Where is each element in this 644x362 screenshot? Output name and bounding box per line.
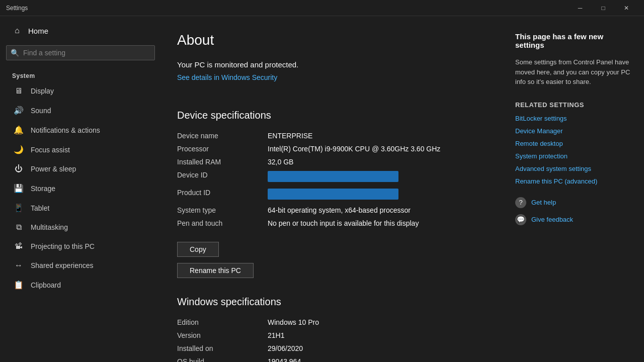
sidebar-item-display[interactable]: 🖥 Display <box>0 81 161 101</box>
get-help-item[interactable]: ? Get help <box>515 197 632 208</box>
advanced-system-link[interactable]: Advanced system settings <box>515 165 632 172</box>
notifications-icon: 🔔 <box>14 125 24 135</box>
sidebar-item-clipboard[interactable]: 📋 Clipboard <box>0 275 161 295</box>
product-id-value <box>268 186 479 204</box>
table-row: Pen and touch No pen or touch input is a… <box>177 217 479 230</box>
table-row: Version 21H1 <box>177 329 479 342</box>
security-link[interactable]: See details in Windows Security <box>177 73 277 81</box>
rename-advanced-link[interactable]: Rename this PC (advanced) <box>515 177 632 185</box>
table-row: Installed RAM 32,0 GB <box>177 155 479 168</box>
give-feedback-item[interactable]: 💬 Give feedback <box>515 214 632 225</box>
get-help-link[interactable]: Get help <box>531 199 556 206</box>
related-settings-title: Related settings <box>515 101 632 109</box>
spec-label: Version <box>177 329 268 342</box>
table-row: Installed on 29/06/2020 <box>177 342 479 355</box>
copy-button[interactable]: Copy <box>177 242 219 257</box>
device-specs-table: Device name ENTERPRISE Processor Intel(R… <box>177 129 479 230</box>
new-settings-desc: Some settings from Control Panel have mo… <box>515 57 632 87</box>
sidebar-item-power[interactable]: ⏻ Power & sleep <box>0 159 161 178</box>
spec-value: 29/06/2020 <box>268 342 479 355</box>
sidebar-item-shared[interactable]: ↔ Shared experiences <box>0 256 161 275</box>
sidebar: ⌂ Home 🔍 System 🖥 Display 🔊 Sound 🔔 Noti… <box>0 16 161 362</box>
spec-value: Intel(R) Core(TM) i9-9900K CPU @ 3.60GHz… <box>268 142 479 155</box>
spec-value: Windows 10 Pro <box>268 316 479 329</box>
table-row: Edition Windows 10 Pro <box>177 316 479 329</box>
spec-label: Installed on <box>177 342 268 355</box>
spec-value: No pen or touch input is available for t… <box>268 217 479 230</box>
spec-label: System type <box>177 204 268 217</box>
sidebar-item-shared-label: Shared experiences <box>31 261 94 269</box>
page-title: About <box>177 32 479 48</box>
spec-value: 21H1 <box>268 329 479 342</box>
app-title: Settings <box>6 5 569 12</box>
system-protection-link[interactable]: System protection <box>515 152 632 160</box>
help-section: ? Get help 💬 Give feedback <box>515 197 632 225</box>
rename-button[interactable]: Rename this PC <box>177 263 254 278</box>
give-feedback-icon: 💬 <box>515 214 526 225</box>
sound-icon: 🔊 <box>14 106 24 115</box>
right-panel: This page has a few new settings Some se… <box>503 16 644 362</box>
sidebar-item-multitasking-label: Multitasking <box>31 223 68 231</box>
sidebar-item-power-label: Power & sleep <box>31 165 76 173</box>
give-feedback-link[interactable]: Give feedback <box>531 216 573 223</box>
table-row-product-id: Product ID <box>177 186 479 204</box>
sidebar-item-sound-label: Sound <box>31 107 51 115</box>
sidebar-item-home[interactable]: ⌂ Home <box>0 20 161 41</box>
product-id-bar <box>268 189 398 200</box>
power-icon: ⏻ <box>14 164 24 173</box>
search-icon: 🔍 <box>11 49 19 57</box>
sidebar-item-focus[interactable]: 🌙 Focus assist <box>0 140 161 159</box>
get-help-icon: ? <box>515 197 526 208</box>
window-controls: ─ □ ✕ <box>569 0 638 16</box>
windows-specs-table: Edition Windows 10 Pro Version 21H1 Inst… <box>177 316 479 362</box>
sidebar-home-label: Home <box>28 27 48 35</box>
app-body: ⌂ Home 🔍 System 🖥 Display 🔊 Sound 🔔 Noti… <box>0 16 644 362</box>
table-row: Device name ENTERPRISE <box>177 129 479 142</box>
sidebar-item-tablet-label: Tablet <box>31 204 49 212</box>
sidebar-item-focus-label: Focus assist <box>31 146 70 154</box>
bitlocker-link[interactable]: BitLocker settings <box>515 115 632 122</box>
table-row-device-id: Device ID <box>177 168 479 186</box>
spec-label: Processor <box>177 142 268 155</box>
sidebar-item-projecting[interactable]: 📽 Projecting to this PC <box>0 237 161 256</box>
search-input[interactable] <box>23 49 150 57</box>
action-buttons: Copy Rename this PC <box>177 234 479 282</box>
protection-text: Your PC is monitored and protected. <box>177 60 479 69</box>
projecting-icon: 📽 <box>14 242 24 251</box>
windows-specs-title: Windows specifications <box>177 296 479 308</box>
close-button[interactable]: ✕ <box>615 0 638 16</box>
sidebar-section-label: System <box>0 68 161 81</box>
maximize-button[interactable]: □ <box>592 0 615 16</box>
remote-desktop-link[interactable]: Remote desktop <box>515 140 632 147</box>
spec-label: Installed RAM <box>177 155 268 168</box>
spec-label: Product ID <box>177 186 268 204</box>
tablet-icon: 📱 <box>14 203 24 213</box>
spec-label: Pen and touch <box>177 217 268 230</box>
focus-icon: 🌙 <box>14 145 24 154</box>
spec-value: 64-bit operating system, x64-based proce… <box>268 204 479 217</box>
clipboard-icon: 📋 <box>14 280 24 290</box>
table-row: OS build 19043.964 <box>177 355 479 362</box>
table-row: System type 64-bit operating system, x64… <box>177 204 479 217</box>
sidebar-item-multitasking[interactable]: ⧉ Multitasking <box>0 218 161 237</box>
device-id-value <box>268 168 479 186</box>
spec-label: Device ID <box>177 168 268 186</box>
shared-icon: ↔ <box>14 261 24 270</box>
spec-label: Edition <box>177 316 268 329</box>
storage-icon: 💾 <box>14 184 24 193</box>
spec-label: Device name <box>177 129 268 142</box>
display-icon: 🖥 <box>14 86 24 96</box>
device-specs-title: Device specifications <box>177 110 479 121</box>
sidebar-item-storage[interactable]: 💾 Storage <box>0 178 161 198</box>
sidebar-item-tablet[interactable]: 📱 Tablet <box>0 198 161 218</box>
titlebar: Settings ─ □ ✕ <box>0 0 644 16</box>
spec-value: 32,0 GB <box>268 155 479 168</box>
sidebar-item-sound[interactable]: 🔊 Sound <box>0 101 161 120</box>
home-icon: ⌂ <box>12 26 22 35</box>
device-manager-link[interactable]: Device Manager <box>515 127 632 135</box>
sidebar-item-notifications[interactable]: 🔔 Notifications & actions <box>0 120 161 140</box>
sidebar-item-storage-label: Storage <box>31 185 55 193</box>
minimize-button[interactable]: ─ <box>569 0 592 16</box>
search-box[interactable]: 🔍 <box>6 45 155 60</box>
table-row: Processor Intel(R) Core(TM) i9-9900K CPU… <box>177 142 479 155</box>
